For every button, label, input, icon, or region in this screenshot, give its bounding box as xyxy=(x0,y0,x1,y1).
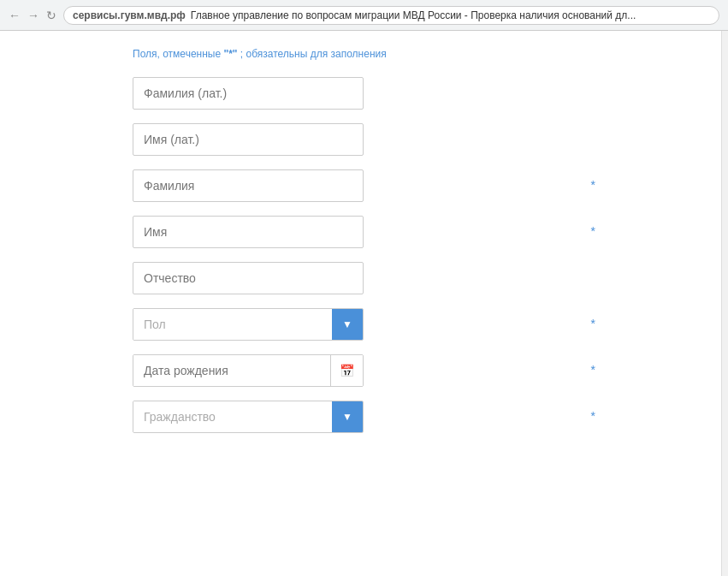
gender-required-star: * xyxy=(591,317,595,330)
birth-date-calendar-btn[interactable]: 📅 xyxy=(330,355,363,386)
page-wrapper: Поля, отмеченные "*" ; обязательны для з… xyxy=(0,31,728,576)
first-name-lat-group xyxy=(133,123,589,156)
birth-date-required-star: * xyxy=(591,363,595,377)
main-content: Поля, отмеченные "*" ; обязательны для з… xyxy=(0,31,721,576)
last-name-input[interactable] xyxy=(133,169,364,202)
citizenship-label: Гражданство xyxy=(133,401,332,432)
url-domain: сервисы.гувм.мвд.рф xyxy=(73,9,186,21)
required-notice: Поля, отмеченные "*" ; обязательны для з… xyxy=(133,48,589,60)
citizenship-wrapper: Гражданство ▼ xyxy=(133,401,364,433)
last-name-group: * xyxy=(133,169,589,202)
gender-group: Пол Мужской Женский ▼ * xyxy=(133,308,589,341)
scrollbar[interactable] xyxy=(721,31,728,576)
citizenship-required-star: * xyxy=(591,409,595,423)
first-name-lat-input[interactable] xyxy=(133,123,364,156)
birth-date-wrapper: 📅 xyxy=(133,354,364,387)
birth-date-group: 📅 * xyxy=(133,354,589,387)
last-name-lat-group xyxy=(133,77,589,110)
first-name-group: * xyxy=(133,216,589,248)
citizenship-dropdown-arrow: ▼ xyxy=(342,411,352,423)
first-name-input[interactable] xyxy=(133,216,364,248)
citizenship-dropdown-btn[interactable]: ▼ xyxy=(332,401,363,432)
required-notice-end: ; обязательны для заполнения xyxy=(240,48,387,60)
gender-select-wrapper: Пол Мужской Женский ▼ xyxy=(133,308,364,341)
birth-date-input[interactable] xyxy=(133,355,330,386)
url-bar[interactable]: сервисы.гувм.мвд.рф Главное управление п… xyxy=(63,6,719,25)
url-full-text: Главное управление по вопросам миграции … xyxy=(191,9,636,21)
last-name-lat-input[interactable] xyxy=(133,77,364,110)
browser-bar: ← → ↻ сервисы.гувм.мвд.рф Главное управл… xyxy=(0,0,728,31)
nav-refresh-icon[interactable]: ↻ xyxy=(46,9,56,22)
nav-forward-icon[interactable]: → xyxy=(27,9,39,22)
gender-dropdown-arrow: ▼ xyxy=(342,318,352,330)
middle-name-group xyxy=(133,262,589,294)
required-notice-star: "*" xyxy=(223,48,237,60)
gender-select[interactable]: Пол Мужской Женский xyxy=(133,309,332,340)
calendar-icon: 📅 xyxy=(340,364,354,377)
gender-dropdown-btn[interactable]: ▼ xyxy=(332,309,363,340)
nav-back-icon[interactable]: ← xyxy=(9,9,21,22)
page-content: Поля, отмеченные "*" ; обязательны для з… xyxy=(0,31,721,576)
middle-name-input[interactable] xyxy=(133,262,364,294)
required-notice-text: Поля, отмеченные xyxy=(133,48,223,60)
last-name-required-star: * xyxy=(591,178,595,192)
citizenship-group: Гражданство ▼ * xyxy=(133,401,589,433)
first-name-required-star: * xyxy=(591,224,595,238)
